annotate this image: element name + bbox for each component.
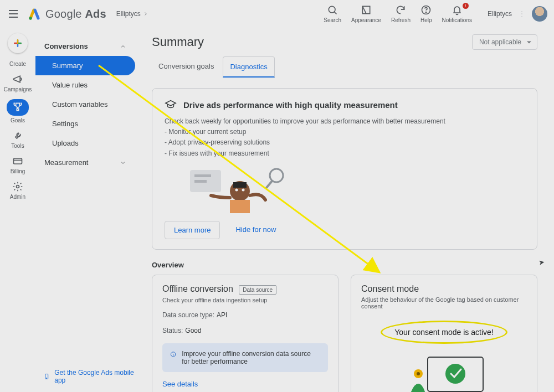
drive-bullet-2: - Adopt privacy-preserving solutions [165,137,525,148]
consent-illustration [361,352,527,392]
svg-point-22 [445,364,465,384]
tab-diagnostics[interactable]: Diagnostics [223,56,274,78]
consent-active-message: Your consent mode is active! [381,321,507,344]
rail-tools[interactable]: Tools [11,130,24,149]
bell-icon [452,4,463,16]
mobile-icon [43,373,50,380]
svg-point-4 [426,12,427,13]
refresh-label: Refresh [391,17,411,23]
refresh-button[interactable]: Refresh [391,4,411,23]
drive-heading: Drive ads performance with high quality … [183,100,398,110]
chevron-down-icon [120,159,126,166]
status-value: Good [185,327,201,334]
breadcrumb[interactable]: Elliptycs [116,10,148,18]
help-label: Help [420,17,432,23]
notification-badge: ! [463,3,469,9]
help-icon [420,4,432,16]
learn-more-button[interactable]: Learn more [165,221,220,239]
avatar[interactable] [532,6,547,22]
offline-subtitle: Check your offline data ingestion setup [162,297,328,303]
consent-title: Consent mode [361,284,419,294]
rail-goals[interactable]: Goals [7,99,29,123]
ds-type-value: API [217,311,227,319]
status-label: Status: [162,327,183,334]
google-ads-icon [28,7,41,20]
search-label: Search [324,17,341,23]
brand-word-2: Ads [85,8,106,20]
svg-rect-2 [362,6,370,13]
info-icon [170,350,176,359]
offline-info-banner: Improve your offline conversion data sou… [162,343,328,372]
subnav-group-conversions[interactable]: Conversions [35,37,135,56]
subnav-item-value-rules[interactable]: Value rules [35,75,135,95]
svg-rect-16 [230,200,250,213]
tab-conversion-goals[interactable]: Conversion goals [152,56,220,78]
drive-desc-intro: Check back weekly for opportunities to i… [165,116,525,127]
help-button[interactable]: Help [420,4,432,23]
card-icon [12,156,23,167]
svg-rect-10 [194,174,211,177]
consent-subtitle: Adjust the behaviour of the Google tag b… [361,296,527,310]
brand-word-1: Google [45,8,82,20]
megaphone-icon [12,74,23,85]
brand-logo[interactable]: Google Ads [28,7,106,20]
svg-rect-11 [194,180,207,183]
offline-title: Offline conversion [162,284,233,294]
svg-rect-5 [14,158,22,164]
search-button[interactable]: Search [324,4,341,23]
rail-campaigns[interactable]: Campaigns [4,74,32,92]
svg-point-14 [235,188,238,191]
offline-see-details-link[interactable]: See details [162,380,328,388]
drive-bullet-1: - Monitor your current setup [165,127,525,137]
svg-point-1 [329,6,335,13]
svg-rect-13 [233,182,247,188]
appearance-button[interactable]: Appearance [351,4,381,23]
appearance-icon [361,4,372,16]
subnav-item-uploads[interactable]: Uploads [35,133,135,153]
hide-for-now-button[interactable]: Hide for now [227,221,285,239]
create-button[interactable] [8,33,28,53]
data-source-tag: Data source [239,285,276,295]
ds-type-label: Data source type: [162,311,214,319]
subnav-item-settings[interactable]: Settings [35,114,135,133]
wrench-icon [12,130,23,141]
search-icon [327,4,338,16]
svg-point-15 [242,188,245,191]
gear-icon [12,181,23,192]
subnav-item-summary[interactable]: Summary [35,56,135,75]
svg-point-8 [47,378,47,379]
rail-admin[interactable]: Admin [10,181,25,200]
trophy-icon [12,101,23,112]
mortarboard-icon [165,99,177,111]
drive-bullet-3: - Fix issues with your measurement [165,148,525,159]
chevron-right-icon [143,11,148,17]
hamburger-menu[interactable] [7,7,20,20]
cursor-icon: ➤ [538,257,545,267]
plus-icon [12,38,23,49]
subnav-item-custom-variables[interactable]: Custom variables [35,95,135,114]
svg-point-6 [16,185,19,188]
scope-dropdown[interactable]: Not applicable [472,34,537,50]
subnav-group-measurement[interactable]: Measurement [35,153,135,172]
chevron-up-icon [120,43,126,50]
overview-label: Overview [152,261,537,269]
page-title: Summary [152,35,204,49]
rail-create-label: Create [9,61,26,67]
get-mobile-app-link[interactable]: Get the Google Ads mobile app [43,369,135,384]
drive-illustration [184,164,525,216]
notifications-button[interactable]: ! Notifications [442,4,472,23]
notifications-label: Notifications [442,17,472,23]
svg-point-0 [29,17,32,20]
refresh-icon [395,4,406,16]
appearance-label: Appearance [351,17,381,23]
breadcrumb-label: Elliptycs [116,10,141,18]
account-name[interactable]: Elliptycs [488,10,512,18]
svg-point-24 [417,372,420,375]
rail-billing[interactable]: Billing [11,156,25,174]
